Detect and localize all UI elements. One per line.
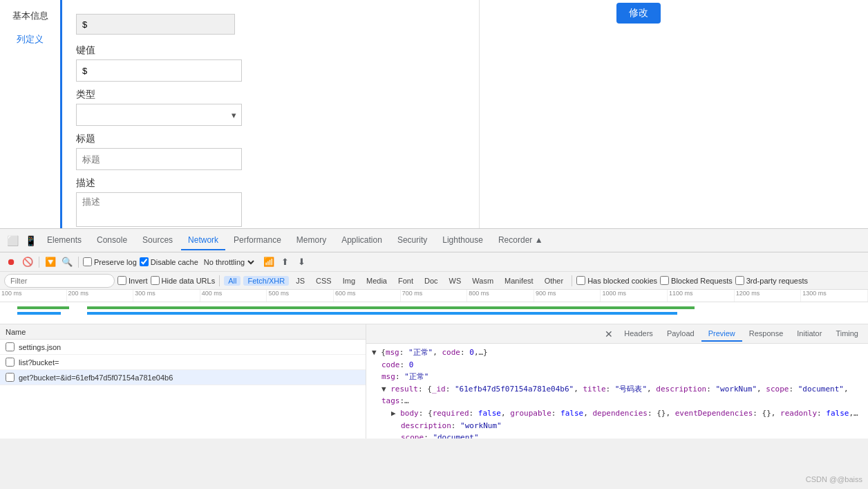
has-blocked-label[interactable]: Has blocked cookies xyxy=(576,276,657,285)
has-blocked-checkbox[interactable] xyxy=(576,276,585,285)
detail-tab-response[interactable]: Response xyxy=(742,326,791,342)
json-line-6: description: "workNum" xyxy=(372,420,862,432)
request-checkbox-list[interactable] xyxy=(6,358,15,367)
third-party-label[interactable]: 3rd-party requests xyxy=(735,276,808,285)
inspect-icon[interactable]: ⬜ xyxy=(4,232,21,249)
stop-button[interactable]: 🚫 xyxy=(21,255,35,269)
filter-icon[interactable]: 🔽 xyxy=(44,255,57,269)
tab-lighthouse[interactable]: Lighthouse xyxy=(435,231,490,250)
filter-ws[interactable]: WS xyxy=(445,276,466,286)
record-button[interactable]: ⏺ xyxy=(4,255,18,269)
detail-panel: ✕ Headers Payload Preview Response Initi… xyxy=(366,324,868,439)
json-line-4: ▼ result: {_id: "61efb47d5f07154a781e04b… xyxy=(372,383,862,407)
triangle-result[interactable]: ▼ xyxy=(381,385,386,394)
key-value-top-input[interactable] xyxy=(76,14,235,35)
detail-tab-initiator[interactable]: Initiator xyxy=(790,326,829,342)
invert-label[interactable]: Invert xyxy=(117,276,148,285)
basic-info-label: 基本信息 xyxy=(0,7,60,25)
json-line-2: code: 0 xyxy=(372,359,862,371)
detail-tab-headers[interactable]: Headers xyxy=(617,326,660,342)
filter-wasm[interactable]: Wasm xyxy=(468,276,498,286)
filter-js[interactable]: JS xyxy=(292,276,309,286)
bar-blue-1 xyxy=(17,312,61,315)
tab-elements[interactable]: Elements xyxy=(40,231,88,250)
json-key-msg: msg xyxy=(381,372,395,381)
filter-img[interactable]: Img xyxy=(339,276,359,286)
hide-data-urls-checkbox[interactable] xyxy=(151,276,160,285)
filter-manifest[interactable]: Manifest xyxy=(500,276,538,286)
json-key-result: result xyxy=(390,385,418,394)
request-row-get[interactable]: get?bucket=&id=61efb47d5f07154a781e04b6 xyxy=(0,370,366,385)
json-line-3: msg: "正常" xyxy=(372,371,862,383)
invert-checkbox[interactable] xyxy=(117,276,126,285)
upload-icon[interactable]: ⬆ xyxy=(279,255,292,269)
filter-input[interactable] xyxy=(4,274,115,288)
tab-console[interactable]: Console xyxy=(90,231,134,250)
detail-close-btn[interactable]: ✕ xyxy=(601,329,617,340)
filter-doc[interactable]: Doc xyxy=(420,276,442,286)
request-row-settings[interactable]: settings.json xyxy=(0,340,366,355)
json-line-7: scope: "document" xyxy=(372,432,862,439)
type-group: 类型 xyxy=(76,89,465,126)
download-icon[interactable]: ⬇ xyxy=(295,255,309,269)
detail-tab-timing[interactable]: Timing xyxy=(829,326,865,342)
filter-other[interactable]: Other xyxy=(540,276,568,286)
devtools: ⬜ 📱 Elements Console Sources Network Per… xyxy=(0,228,868,439)
disable-cache-checkbox[interactable] xyxy=(140,257,149,266)
tab-security[interactable]: Security xyxy=(390,231,434,250)
detail-tab-preview[interactable]: Preview xyxy=(701,326,742,342)
filter-bar: Invert Hide data URLs All Fetch/XHR JS C… xyxy=(0,272,868,290)
invert-text: Invert xyxy=(129,277,148,285)
json-val-code: 0 xyxy=(409,360,414,369)
device-icon[interactable]: 📱 xyxy=(22,232,39,249)
blocked-requests-checkbox[interactable] xyxy=(660,276,669,285)
tab-memory[interactable]: Memory xyxy=(290,231,333,250)
tick-1300: 1300 ms xyxy=(801,290,868,302)
disable-cache-label[interactable]: Disable cache xyxy=(140,257,198,266)
filter-font[interactable]: Font xyxy=(394,276,417,286)
wifi-icon[interactable]: 📶 xyxy=(262,255,276,269)
third-party-checkbox[interactable] xyxy=(735,276,744,285)
blocked-requests-text: Blocked Requests xyxy=(671,277,733,285)
hide-data-urls-label[interactable]: Hide data URLs xyxy=(151,276,216,285)
devtools-tab-bar: ⬜ 📱 Elements Console Sources Network Per… xyxy=(0,229,868,252)
tab-application[interactable]: Application xyxy=(334,231,389,250)
network-toolbar: ⏺ 🚫 🔽 🔍 Preserve log Disable cache No th… xyxy=(0,252,868,272)
preserve-log-text: Preserve log xyxy=(94,258,137,266)
type-label: 类型 xyxy=(76,89,465,101)
filter-media[interactable]: Media xyxy=(362,276,391,286)
tab-network[interactable]: Network xyxy=(181,231,225,250)
request-checkbox-settings[interactable] xyxy=(6,342,15,351)
tick-800: 800 ms xyxy=(467,290,534,302)
preserve-log-checkbox[interactable] xyxy=(83,257,92,266)
triangle-1[interactable]: ▼ xyxy=(372,348,377,357)
search-icon[interactable]: 🔍 xyxy=(60,255,74,269)
bar-green-3 xyxy=(156,306,634,309)
request-checkbox-get[interactable] xyxy=(6,373,15,382)
toolbar-divider-2 xyxy=(78,257,79,268)
list-def-link[interactable]: 列定义 xyxy=(0,30,60,48)
tab-recorder[interactable]: Recorder ▲ xyxy=(491,231,550,250)
tick-300: 300 ms xyxy=(133,290,200,302)
triangle-body[interactable]: ▶ xyxy=(391,409,396,418)
json-key-code: code xyxy=(381,360,400,369)
detail-tab-bar: ✕ Headers Payload Preview Response Initi… xyxy=(366,324,868,344)
tab-performance[interactable]: Performance xyxy=(227,231,288,250)
type-select[interactable] xyxy=(76,104,242,126)
json-val-scope: "document" xyxy=(433,433,478,439)
request-row-list[interactable]: list?bucket= xyxy=(0,355,366,370)
tab-sources[interactable]: Sources xyxy=(135,231,180,250)
modify-button[interactable]: 修改 xyxy=(616,3,661,24)
detail-tab-payload[interactable]: Payload xyxy=(660,326,701,342)
filter-fetch-xhr[interactable]: Fetch/XHR xyxy=(243,276,289,286)
desc-input[interactable] xyxy=(76,192,242,227)
title-input[interactable] xyxy=(76,148,242,170)
desc-label: 描述 xyxy=(76,177,465,190)
filter-all[interactable]: All xyxy=(224,276,240,286)
throttle-select[interactable]: No throttling xyxy=(201,257,256,267)
key-value-input[interactable] xyxy=(76,59,242,82)
filter-css[interactable]: CSS xyxy=(312,276,336,286)
desc-group: 描述 xyxy=(76,177,465,227)
blocked-requests-label[interactable]: Blocked Requests xyxy=(660,276,733,285)
preserve-log-label[interactable]: Preserve log xyxy=(83,257,137,266)
